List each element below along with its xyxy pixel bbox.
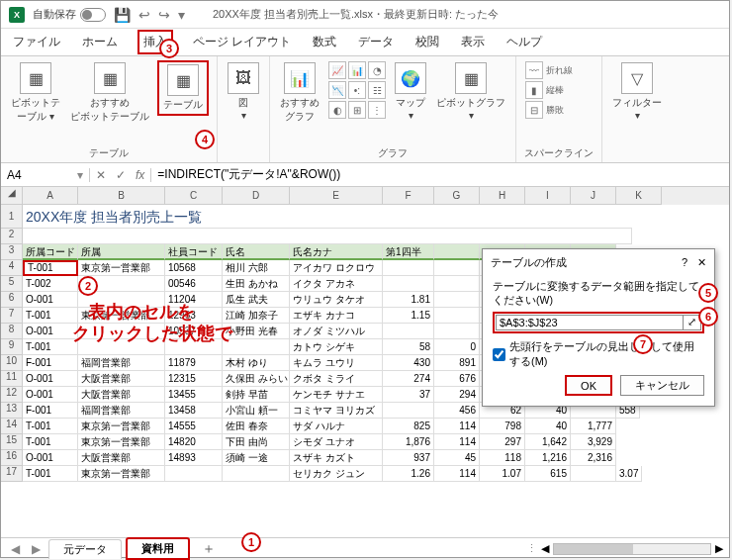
cell[interactable]: 1,876 (383, 434, 434, 450)
undo-icon[interactable]: ↩ (138, 7, 150, 23)
cell[interactable]: 2,316 (571, 450, 616, 466)
tab-file[interactable]: ファイル (11, 30, 62, 54)
cell[interactable] (383, 276, 434, 292)
cell[interactable]: アイカワ ロクロウ (290, 260, 383, 276)
cell[interactable] (383, 260, 434, 276)
rowhdr-1[interactable]: 1 (1, 205, 23, 229)
cell[interactable]: 1.15 (383, 308, 434, 324)
add-sheet-button[interactable]: ＋ (194, 540, 224, 558)
cell[interactable]: 大阪営業部 (78, 371, 165, 387)
cell[interactable]: サダ ハルナ (290, 419, 383, 434)
sheet-nav-prev[interactable]: ◀ (7, 542, 24, 556)
select-all-corner[interactable]: ◢ (1, 187, 23, 205)
cell[interactable]: 114 (434, 434, 480, 450)
name-box[interactable]: A4▾ (1, 168, 90, 182)
cell[interactable]: 福岡営業部 (78, 355, 165, 371)
enter-fx-icon[interactable]: ✓ (116, 168, 126, 182)
cell[interactable] (434, 276, 480, 292)
cell[interactable]: 生田 あかね (223, 276, 290, 292)
cell[interactable]: 1,642 (525, 434, 571, 450)
range-input[interactable] (496, 315, 684, 330)
cell[interactable]: 福岡営業部 (78, 403, 165, 419)
cell[interactable]: 14820 (165, 434, 223, 450)
pivot-table-button[interactable]: ▦ピボットテ ーブル ▾ (9, 60, 62, 126)
cell[interactable]: 40 (525, 419, 571, 434)
row-header[interactable]: 5 (1, 276, 23, 292)
cell[interactable]: スザキ カズト (290, 450, 383, 466)
cell[interactable] (434, 308, 480, 324)
cell[interactable]: 14893 (165, 450, 223, 466)
cell[interactable]: T-001 (23, 419, 78, 434)
cell[interactable]: 00546 (165, 276, 223, 292)
rowhdr-3[interactable]: 3 (1, 244, 23, 260)
cell[interactable]: 13458 (165, 403, 223, 419)
cell[interactable]: 12315 (165, 371, 223, 387)
cell[interactable]: 相川 六郎 (223, 260, 290, 276)
header-checkbox[interactable] (493, 348, 505, 361)
sheet-tab-2[interactable]: 資料用 (126, 537, 190, 560)
tab-data[interactable]: データ (356, 30, 396, 54)
row-header[interactable]: 14 (1, 419, 23, 434)
cell[interactable] (78, 339, 165, 355)
cell[interactable] (78, 324, 165, 339)
hdr-E[interactable]: 氏名カナ (290, 244, 383, 260)
cell[interactable]: 1.26 (383, 466, 434, 482)
cell[interactable] (434, 292, 480, 308)
cell[interactable]: 3,929 (571, 434, 616, 450)
cell[interactable]: 11204 (165, 292, 223, 308)
row-header[interactable]: 8 (1, 324, 23, 339)
cell[interactable]: 東京第一営業部 (78, 260, 165, 276)
cell[interactable]: F-001 (23, 355, 78, 371)
chart-btn-2[interactable]: 📊 (348, 61, 366, 79)
cell[interactable]: T-001 (23, 466, 78, 482)
col-G[interactable]: G (434, 187, 480, 205)
cell[interactable]: 1,777 (571, 419, 616, 434)
cell[interactable]: 58 (383, 339, 434, 355)
cell[interactable] (165, 339, 223, 355)
qat-more-icon[interactable]: ▾ (178, 7, 185, 23)
cell[interactable]: 676 (434, 371, 480, 387)
tab-help[interactable]: ヘルプ (504, 30, 544, 54)
scroll-left-icon[interactable]: ◀ (541, 542, 549, 555)
suggest-pivot-button[interactable]: ▦おすすめ ピボットテーブル (68, 60, 151, 126)
save-icon[interactable]: 💾 (114, 7, 131, 23)
col-C[interactable]: C (165, 187, 223, 205)
hdr-C[interactable]: 社員コード (165, 244, 223, 260)
chart-btn-6[interactable]: ☷ (368, 81, 386, 99)
cell[interactable]: O-001 (23, 292, 78, 308)
cell[interactable]: 118 (480, 450, 525, 466)
cell[interactable]: 瓜生 武夫 (223, 292, 290, 308)
cell[interactable]: 891 (434, 355, 480, 371)
tab-layout[interactable]: ページ レイアウト (191, 30, 293, 54)
col-J[interactable]: J (571, 187, 616, 205)
cell[interactable]: 294 (434, 387, 480, 403)
formula-bar[interactable]: =INDIRECT("元データ!A"&ROW()) (151, 166, 729, 183)
cell[interactable]: 12963 (165, 308, 223, 324)
fx-icon[interactable]: fx (136, 168, 144, 182)
tab-formula[interactable]: 数式 (311, 30, 338, 54)
cell[interactable]: 佐田 春奈 (223, 419, 290, 434)
row-header[interactable]: 9 (1, 339, 23, 355)
cell[interactable] (383, 324, 434, 339)
hdr-B[interactable]: 所属 (78, 244, 165, 260)
cell[interactable]: 剣持 早苗 (223, 387, 290, 403)
cell[interactable]: 937 (383, 450, 434, 466)
cell[interactable]: 14555 (165, 419, 223, 434)
table-button[interactable]: ▦テーブル (157, 60, 209, 116)
pivot-chart-button[interactable]: ▦ピボットグラフ ▾ (434, 60, 507, 123)
cell[interactable]: 小野田 光春 (223, 324, 290, 339)
row-header[interactable]: 17 (1, 466, 23, 482)
map-button[interactable]: 🌍マップ ▾ (393, 60, 428, 123)
cell[interactable] (434, 260, 480, 276)
cell[interactable]: T-001 (23, 434, 78, 450)
row-header[interactable]: 6 (1, 292, 23, 308)
header-checkbox-row[interactable]: 先頭行をテーブルの見出しとして使用する(M) (493, 339, 704, 369)
blank-row[interactable] (23, 229, 632, 244)
hdr-G[interactable] (434, 244, 480, 260)
chart-btn-4[interactable]: 📉 (328, 81, 346, 99)
cell[interactable]: 430 (383, 355, 434, 371)
dialog-close-icon[interactable]: ✕ (697, 256, 706, 268)
cell[interactable]: 東京第一営業部 (78, 434, 165, 450)
cell[interactable]: 江崎 加奈子 (223, 308, 290, 324)
scroll-right-icon[interactable]: ▶ (715, 542, 723, 555)
